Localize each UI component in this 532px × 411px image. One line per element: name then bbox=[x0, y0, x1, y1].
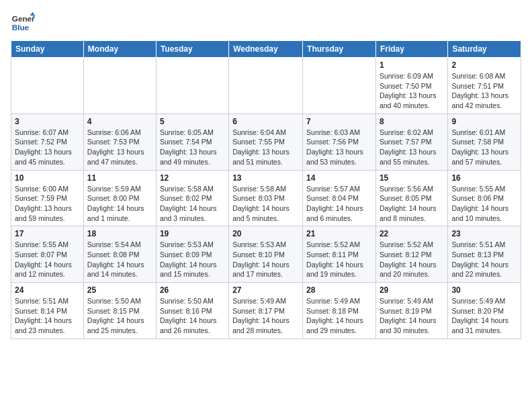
calendar-cell: 24Sunrise: 5:51 AM Sunset: 8:14 PM Dayli… bbox=[11, 283, 84, 339]
logo-icon: General Blue bbox=[11, 11, 35, 35]
day-number: 22 bbox=[380, 229, 444, 238]
day-number: 13 bbox=[232, 173, 299, 183]
day-detail: Sunrise: 5:49 AM Sunset: 8:20 PM Dayligh… bbox=[451, 296, 517, 336]
day-number: 20 bbox=[232, 229, 299, 238]
calendar-cell: 9Sunrise: 6:01 AM Sunset: 7:58 PM Daylig… bbox=[448, 113, 521, 170]
day-detail: Sunrise: 6:00 AM Sunset: 7:59 PM Dayligh… bbox=[15, 184, 80, 224]
calendar-cell bbox=[303, 58, 376, 114]
day-number: 7 bbox=[306, 117, 372, 126]
calendar-cell: 28Sunrise: 5:49 AM Sunset: 8:18 PM Dayli… bbox=[303, 283, 376, 339]
day-detail: Sunrise: 5:59 AM Sunset: 8:00 PM Dayligh… bbox=[87, 184, 152, 224]
calendar-cell: 20Sunrise: 5:53 AM Sunset: 8:10 PM Dayli… bbox=[229, 226, 303, 283]
day-detail: Sunrise: 5:58 AM Sunset: 8:03 PM Dayligh… bbox=[232, 184, 299, 224]
day-number: 27 bbox=[232, 285, 299, 295]
day-detail: Sunrise: 6:03 AM Sunset: 7:56 PM Dayligh… bbox=[306, 128, 372, 167]
calendar-cell: 26Sunrise: 5:50 AM Sunset: 8:16 PM Dayli… bbox=[156, 283, 228, 339]
day-detail: Sunrise: 5:56 AM Sunset: 8:05 PM Dayligh… bbox=[380, 184, 444, 224]
day-detail: Sunrise: 5:49 AM Sunset: 8:18 PM Dayligh… bbox=[306, 296, 372, 336]
day-number: 24 bbox=[15, 285, 80, 295]
day-number: 10 bbox=[15, 173, 80, 183]
calendar-week-row: 24Sunrise: 5:51 AM Sunset: 8:14 PM Dayli… bbox=[11, 283, 521, 339]
day-number: 8 bbox=[380, 117, 444, 126]
weekday-header: Tuesday bbox=[156, 41, 228, 58]
day-detail: Sunrise: 5:58 AM Sunset: 8:02 PM Dayligh… bbox=[160, 184, 225, 224]
calendar-cell: 22Sunrise: 5:52 AM Sunset: 8:12 PM Dayli… bbox=[375, 226, 447, 283]
day-number: 23 bbox=[451, 229, 517, 238]
day-number: 25 bbox=[87, 285, 152, 295]
day-detail: Sunrise: 6:05 AM Sunset: 7:54 PM Dayligh… bbox=[160, 128, 225, 167]
day-detail: Sunrise: 5:50 AM Sunset: 8:16 PM Dayligh… bbox=[160, 296, 225, 336]
day-detail: Sunrise: 5:54 AM Sunset: 8:08 PM Dayligh… bbox=[87, 240, 152, 279]
logo: General Blue bbox=[11, 11, 35, 35]
weekday-header: Monday bbox=[83, 41, 156, 58]
day-detail: Sunrise: 5:55 AM Sunset: 8:07 PM Dayligh… bbox=[15, 240, 80, 279]
weekday-header: Saturday bbox=[448, 41, 521, 58]
calendar-header-row: SundayMondayTuesdayWednesdayThursdayFrid… bbox=[11, 41, 521, 58]
day-detail: Sunrise: 5:52 AM Sunset: 8:12 PM Dayligh… bbox=[380, 240, 444, 279]
day-detail: Sunrise: 5:49 AM Sunset: 8:19 PM Dayligh… bbox=[380, 296, 444, 336]
calendar-cell bbox=[83, 58, 156, 114]
day-detail: Sunrise: 6:08 AM Sunset: 7:51 PM Dayligh… bbox=[451, 71, 517, 111]
calendar-cell: 5Sunrise: 6:05 AM Sunset: 7:54 PM Daylig… bbox=[156, 113, 228, 170]
calendar-cell: 8Sunrise: 6:02 AM Sunset: 7:57 PM Daylig… bbox=[375, 113, 447, 170]
day-number: 28 bbox=[306, 285, 372, 295]
calendar-week-row: 10Sunrise: 6:00 AM Sunset: 7:59 PM Dayli… bbox=[11, 170, 521, 226]
calendar-cell: 21Sunrise: 5:52 AM Sunset: 8:11 PM Dayli… bbox=[303, 226, 376, 283]
day-detail: Sunrise: 6:02 AM Sunset: 7:57 PM Dayligh… bbox=[380, 128, 444, 167]
calendar-cell: 1Sunrise: 6:09 AM Sunset: 7:50 PM Daylig… bbox=[375, 58, 447, 114]
calendar-cell: 6Sunrise: 6:04 AM Sunset: 7:55 PM Daylig… bbox=[229, 113, 303, 170]
calendar-cell bbox=[11, 58, 84, 114]
day-number: 19 bbox=[160, 229, 225, 238]
calendar-week-row: 1Sunrise: 6:09 AM Sunset: 7:50 PM Daylig… bbox=[11, 58, 521, 114]
day-number: 26 bbox=[160, 285, 225, 295]
calendar-cell: 12Sunrise: 5:58 AM Sunset: 8:02 PM Dayli… bbox=[156, 170, 228, 226]
calendar-cell bbox=[229, 58, 303, 114]
weekday-header: Friday bbox=[375, 41, 447, 58]
calendar-cell: 14Sunrise: 5:57 AM Sunset: 8:04 PM Dayli… bbox=[303, 170, 376, 226]
calendar-cell: 15Sunrise: 5:56 AM Sunset: 8:05 PM Dayli… bbox=[375, 170, 447, 226]
day-detail: Sunrise: 6:04 AM Sunset: 7:55 PM Dayligh… bbox=[232, 128, 299, 167]
day-number: 17 bbox=[15, 229, 80, 238]
day-detail: Sunrise: 5:49 AM Sunset: 8:17 PM Dayligh… bbox=[232, 296, 299, 336]
day-number: 21 bbox=[306, 229, 372, 238]
page-header: General Blue bbox=[11, 11, 521, 35]
day-detail: Sunrise: 5:57 AM Sunset: 8:04 PM Dayligh… bbox=[306, 184, 372, 224]
day-detail: Sunrise: 5:51 AM Sunset: 8:14 PM Dayligh… bbox=[15, 296, 80, 336]
weekday-header: Sunday bbox=[11, 41, 84, 58]
calendar-week-row: 3Sunrise: 6:07 AM Sunset: 7:52 PM Daylig… bbox=[11, 113, 521, 170]
day-detail: Sunrise: 6:06 AM Sunset: 7:53 PM Dayligh… bbox=[87, 128, 152, 167]
calendar-cell: 13Sunrise: 5:58 AM Sunset: 8:03 PM Dayli… bbox=[229, 170, 303, 226]
day-number: 14 bbox=[306, 173, 372, 183]
day-number: 5 bbox=[160, 117, 225, 126]
day-detail: Sunrise: 5:50 AM Sunset: 8:15 PM Dayligh… bbox=[87, 296, 152, 336]
weekday-header: Wednesday bbox=[229, 41, 303, 58]
calendar-cell: 23Sunrise: 5:51 AM Sunset: 8:13 PM Dayli… bbox=[448, 226, 521, 283]
day-number: 18 bbox=[87, 229, 152, 238]
calendar-cell bbox=[156, 58, 228, 114]
calendar-cell: 17Sunrise: 5:55 AM Sunset: 8:07 PM Dayli… bbox=[11, 226, 84, 283]
calendar-table: SundayMondayTuesdayWednesdayThursdayFrid… bbox=[11, 40, 521, 339]
calendar-cell: 2Sunrise: 6:08 AM Sunset: 7:51 PM Daylig… bbox=[448, 58, 521, 114]
weekday-header: Thursday bbox=[303, 41, 376, 58]
day-number: 11 bbox=[87, 173, 152, 183]
calendar-cell: 11Sunrise: 5:59 AM Sunset: 8:00 PM Dayli… bbox=[83, 170, 156, 226]
day-detail: Sunrise: 5:53 AM Sunset: 8:10 PM Dayligh… bbox=[232, 240, 299, 279]
day-number: 9 bbox=[451, 117, 517, 126]
day-detail: Sunrise: 6:09 AM Sunset: 7:50 PM Dayligh… bbox=[380, 71, 444, 111]
calendar-cell: 16Sunrise: 5:55 AM Sunset: 8:06 PM Dayli… bbox=[448, 170, 521, 226]
svg-text:Blue: Blue bbox=[12, 23, 30, 32]
calendar-cell: 29Sunrise: 5:49 AM Sunset: 8:19 PM Dayli… bbox=[375, 283, 447, 339]
day-number: 15 bbox=[380, 173, 444, 183]
calendar-cell: 27Sunrise: 5:49 AM Sunset: 8:17 PM Dayli… bbox=[229, 283, 303, 339]
calendar-cell: 4Sunrise: 6:06 AM Sunset: 7:53 PM Daylig… bbox=[83, 113, 156, 170]
calendar-week-row: 17Sunrise: 5:55 AM Sunset: 8:07 PM Dayli… bbox=[11, 226, 521, 283]
day-number: 29 bbox=[380, 285, 444, 295]
calendar-cell: 10Sunrise: 6:00 AM Sunset: 7:59 PM Dayli… bbox=[11, 170, 84, 226]
day-number: 6 bbox=[232, 117, 299, 126]
day-number: 3 bbox=[15, 117, 80, 126]
calendar-cell: 3Sunrise: 6:07 AM Sunset: 7:52 PM Daylig… bbox=[11, 113, 84, 170]
calendar-cell: 25Sunrise: 5:50 AM Sunset: 8:15 PM Dayli… bbox=[83, 283, 156, 339]
day-detail: Sunrise: 5:51 AM Sunset: 8:13 PM Dayligh… bbox=[451, 240, 517, 279]
day-detail: Sunrise: 5:52 AM Sunset: 8:11 PM Dayligh… bbox=[306, 240, 372, 279]
calendar-cell: 30Sunrise: 5:49 AM Sunset: 8:20 PM Dayli… bbox=[448, 283, 521, 339]
